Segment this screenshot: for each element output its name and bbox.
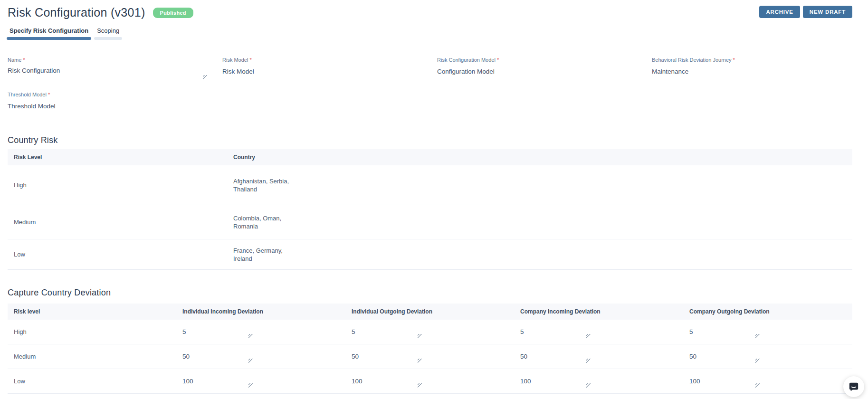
resize-handle-icon[interactable] — [755, 334, 760, 338]
risk-model-field[interactable]: Risk Model — [222, 68, 423, 75]
resize-handle-icon[interactable] — [418, 383, 422, 388]
page-title: Risk Configuration (v301) — [8, 6, 145, 19]
company-incoming-deviation-input[interactable]: 50 — [520, 350, 591, 364]
company-outgoing-deviation-input[interactable]: 100 — [689, 374, 761, 389]
risk-configuration-model-field[interactable]: Configuration Model — [437, 68, 638, 75]
resize-handle-icon[interactable] — [248, 359, 253, 363]
risk-level-cell: High — [8, 181, 227, 189]
page-header: Risk Configuration (v301) Published ARCH… — [8, 6, 852, 19]
individual-outgoing-deviation-input[interactable]: 100 — [352, 374, 423, 389]
threshold-model-field[interactable]: Threshold Model — [8, 103, 208, 110]
resize-handle-icon[interactable] — [755, 359, 760, 363]
table-row: High Afghanistan, Serbia, Thailand — [8, 165, 852, 205]
risk-configuration-model-field-label: Risk Configuration Model* — [437, 57, 638, 63]
resize-handle-icon[interactable] — [586, 334, 591, 338]
name-field[interactable]: Risk Configuration — [8, 67, 208, 80]
chat-launcher-button[interactable] — [843, 376, 864, 397]
new-draft-button[interactable]: NEW DRAFT — [803, 6, 852, 18]
required-marker: * — [249, 57, 251, 63]
required-marker: * — [23, 57, 25, 63]
company-incoming-deviation-input[interactable]: 100 — [520, 374, 591, 389]
required-marker: * — [733, 57, 735, 63]
threshold-model-field-label: Threshold Model* — [8, 92, 208, 97]
tab-label: Scoping — [94, 27, 122, 34]
resize-handle-icon[interactable] — [418, 359, 422, 363]
tab-label: Specify Risk Configuration — [7, 27, 91, 34]
capture-country-deviation-table: Risk level Individual Incoming Deviation… — [8, 304, 852, 394]
resize-handle-icon[interactable] — [248, 383, 253, 388]
country-risk-table: Risk Level Country High Afghanistan, Ser… — [8, 149, 852, 270]
risk-configuration-page: Risk Configuration (v301) Published ARCH… — [0, 0, 868, 399]
name-field-label: Name* — [8, 57, 208, 63]
capture-country-deviation-heading: Capture Country Deviation — [8, 288, 852, 298]
column-header-individual-outgoing: Individual Outgoing Deviation — [345, 308, 514, 315]
resize-handle-icon[interactable] — [418, 334, 422, 338]
behavioral-risk-deviation-journey-field-label: Behavioral Risk Deviation Journey* — [652, 57, 852, 63]
individual-outgoing-deviation-input[interactable]: 5 — [352, 325, 423, 339]
country-risk-heading: Country Risk — [8, 135, 852, 145]
chat-bubble-icon — [849, 381, 859, 392]
risk-level-cell: Low — [8, 378, 176, 385]
table-row: Low 100 100 100 100 — [8, 369, 852, 394]
table-row: Low France, Germany, Ireland — [8, 239, 852, 270]
table-row: Medium Colombia, Oman, Romania — [8, 205, 852, 239]
tab-bar: Specify Risk Configuration Scoping — [7, 27, 852, 40]
risk-level-cell: Medium — [8, 353, 176, 360]
table-row: High 5 5 5 5 — [8, 320, 852, 344]
country-risk-table-header: Risk Level Country — [8, 149, 852, 165]
company-outgoing-deviation-input[interactable]: 5 — [689, 325, 761, 339]
company-outgoing-deviation-input[interactable]: 50 — [689, 350, 761, 364]
risk-level-cell: Low — [8, 251, 227, 258]
country-list-cell: France, Germany, Ireland — [233, 247, 295, 263]
company-incoming-deviation-input[interactable]: 5 — [520, 325, 591, 339]
resize-handle-icon[interactable] — [586, 359, 591, 363]
behavioral-risk-deviation-journey-field-group: Behavioral Risk Deviation Journey* Maint… — [652, 57, 852, 80]
resize-handle-icon[interactable] — [586, 383, 591, 388]
required-marker: * — [497, 57, 499, 63]
individual-incoming-deviation-input[interactable]: 5 — [182, 325, 254, 339]
required-marker: * — [48, 92, 50, 97]
risk-configuration-form: Name* Risk Configuration Risk Model* Ris… — [8, 57, 852, 110]
tab-scoping[interactable]: Scoping — [94, 27, 122, 40]
threshold-model-field-group: Threshold Model* Threshold Model — [8, 92, 208, 110]
name-field-group: Name* Risk Configuration — [8, 57, 208, 80]
resize-handle-icon[interactable] — [248, 334, 253, 338]
individual-incoming-deviation-input[interactable]: 50 — [182, 350, 254, 364]
individual-outgoing-deviation-input[interactable]: 50 — [352, 350, 423, 364]
behavioral-risk-deviation-journey-field[interactable]: Maintenance — [652, 68, 852, 75]
tab-specify-risk-configuration[interactable]: Specify Risk Configuration — [7, 27, 91, 40]
column-header-individual-incoming: Individual Incoming Deviation — [176, 308, 345, 315]
archive-button[interactable]: ARCHIVE — [759, 6, 800, 18]
column-header-risk-level: Risk level — [8, 308, 176, 315]
status-badge: Published — [153, 8, 193, 18]
active-tab-progress-bar — [7, 37, 91, 40]
header-actions: ARCHIVE NEW DRAFT — [759, 6, 852, 18]
risk-level-cell: Medium — [8, 218, 227, 226]
column-header-country: Country — [227, 154, 852, 161]
resize-handle-icon[interactable] — [755, 383, 760, 388]
resize-handle-icon[interactable] — [203, 75, 207, 79]
column-header-risk-level: Risk Level — [8, 154, 227, 161]
country-list-cell: Afghanistan, Serbia, Thailand — [233, 177, 295, 193]
risk-configuration-model-field-group: Risk Configuration Model* Configuration … — [437, 57, 638, 80]
risk-model-field-group: Risk Model* Risk Model — [222, 57, 423, 80]
risk-model-field-label: Risk Model* — [222, 57, 423, 63]
deviation-table-header: Risk level Individual Incoming Deviation… — [8, 304, 852, 320]
risk-level-cell: High — [8, 328, 176, 335]
column-header-company-outgoing: Company Outgoing Deviation — [683, 308, 852, 315]
individual-incoming-deviation-input[interactable]: 100 — [182, 374, 254, 389]
inactive-tab-progress-bar — [94, 37, 122, 40]
column-header-company-incoming: Company Incoming Deviation — [514, 308, 683, 315]
country-list-cell: Colombia, Oman, Romania — [233, 214, 295, 230]
table-row: Medium 50 50 50 50 — [8, 344, 852, 369]
